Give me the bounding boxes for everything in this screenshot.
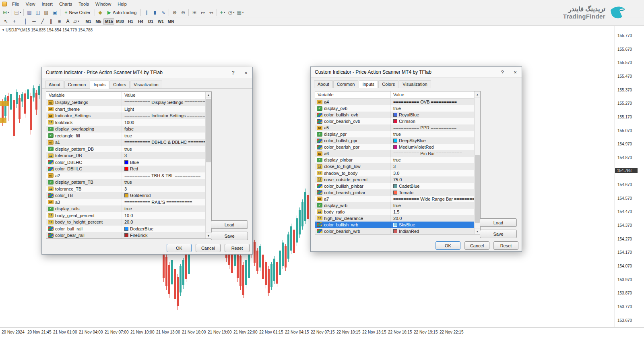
table-scrollbar[interactable]: ▲ ▼ <box>205 92 211 238</box>
param-value[interactable]: ========== Indicator Settings ========== <box>122 112 205 119</box>
param-value[interactable]: SkyBlue <box>391 222 474 228</box>
line-chart-button[interactable]: ∿ <box>159 8 167 16</box>
menu-charts[interactable]: Charts <box>56 1 75 7</box>
tile-windows-button[interactable]: ⊞ <box>190 8 198 16</box>
data-window-button[interactable]: ◫ <box>33 8 42 16</box>
vertical-line-tool[interactable]: │ <box>21 18 30 25</box>
param-value[interactable]: ========== PPR ========== <box>391 124 474 131</box>
param-value[interactable]: true <box>391 105 474 112</box>
column-value[interactable]: Value <box>122 92 211 99</box>
param-row-body_to_height_percent[interactable]: 12body_to_height_percent20.0 <box>46 219 205 226</box>
timeframe-button-m5[interactable]: M5 <box>93 18 103 25</box>
param-row-display_ovb[interactable]: ✓display_ovbtrue <box>315 105 474 112</box>
param-row-color_bearish_ovb[interactable]: color_bearish_ovbCrimson <box>315 118 474 124</box>
new-chart-button-caret-icon[interactable]: ▾ <box>8 11 9 14</box>
param-value[interactable]: Red <box>122 166 205 172</box>
dialog-close-button[interactable]: × <box>509 67 522 78</box>
timeframe-button-m15[interactable]: M15 <box>103 18 114 25</box>
param-value[interactable]: 3.0 <box>391 170 474 176</box>
param-row-a7[interactable]: aba7========== Wide Range Bar ========== <box>315 196 474 202</box>
param-value[interactable]: Light <box>122 106 205 113</box>
param-value[interactable]: ========== Display Settings ========== <box>122 99 205 106</box>
timeframe-button-h4[interactable]: H4 <box>136 18 146 25</box>
param-value[interactable]: ========== DBHLC & DBLHC ========== <box>122 139 205 146</box>
param-value[interactable]: true <box>122 146 205 153</box>
param-value[interactable]: true <box>391 157 474 163</box>
indicators-button-caret-icon[interactable]: ▾ <box>224 11 225 14</box>
scroll-up-icon[interactable]: ▲ <box>206 92 211 98</box>
param-row-a5[interactable]: aba5========== PPR ========== <box>315 124 474 131</box>
ok-button[interactable]: OK <box>436 241 460 250</box>
param-row-color_bear_rail[interactable]: color_bear_railFireBrick <box>46 232 205 238</box>
param-value[interactable]: true <box>391 202 474 209</box>
param-value[interactable]: ========== Wide Range Bar ========== <box>391 196 474 202</box>
param-row-a3[interactable]: aba3========== RAIL'S ========== <box>46 199 205 206</box>
tab-inputs[interactable]: Inputs <box>359 80 378 88</box>
param-row-a4[interactable]: aba4========== OVB ========== <box>315 99 474 105</box>
param-row-color_bearish_wrb[interactable]: color_bearish_wrbIndianRed <box>315 228 474 234</box>
periods-button-caret-icon[interactable]: ▾ <box>233 11 235 14</box>
param-value[interactable]: ========== TBH & TBL ========== <box>122 172 205 179</box>
param-row-display_pattern_TB[interactable]: ✓display_pattern_TBtrue <box>46 179 205 186</box>
templates-button[interactable]: ▦▾ <box>235 8 245 16</box>
column-variable[interactable]: Variable <box>315 91 391 98</box>
tab-visualization[interactable]: Visualization <box>399 80 431 88</box>
param-value[interactable]: 3 <box>122 186 205 193</box>
profiles-button-caret-icon[interactable]: ▾ <box>20 11 21 14</box>
fibonacci-tool[interactable]: ≡ <box>55 18 64 25</box>
param-value[interactable]: 10.0 <box>122 212 205 219</box>
timeframe-button-h1[interactable]: H1 <box>126 18 136 25</box>
tab-colors[interactable]: Colors <box>109 81 130 88</box>
param-value[interactable]: DodgerBlue <box>122 226 205 232</box>
autotrading-button[interactable]: ▶AutoTrading <box>105 8 140 16</box>
param-row-color_DBHLC[interactable]: color_DBHLCRed <box>46 166 205 172</box>
param-value[interactable]: Goldenrod <box>122 192 205 199</box>
column-variable[interactable]: Variable <box>46 92 122 99</box>
param-value[interactable]: ========== RAIL'S ========== <box>122 199 205 206</box>
arrows-tool-caret-icon[interactable]: ▾ <box>78 20 79 23</box>
param-row-a6[interactable]: aba6========== Pin Bar ========== <box>315 150 474 157</box>
menu-window[interactable]: Window <box>92 1 114 7</box>
param-row-color_bullish_pinbar[interactable]: color_bullish_pinbarCadetBlue <box>315 183 474 189</box>
param-value[interactable]: MediumVioletRed <box>391 144 474 150</box>
menu-insert[interactable]: Insert <box>38 1 56 7</box>
param-row-color_bull_rail[interactable]: color_bull_railDodgerBlue <box>46 226 205 232</box>
param-row-display_wrb[interactable]: ✓display_wrbtrue <box>315 202 474 209</box>
profiles-button[interactable]: ▤▾ <box>13 8 23 16</box>
dialog-close-button[interactable]: × <box>239 67 252 78</box>
param-value[interactable]: ========== OVB ========== <box>391 99 474 105</box>
param-value[interactable]: 20.0 <box>122 219 205 226</box>
candles-chart-button[interactable]: ▮ <box>151 8 159 16</box>
param-value[interactable]: RoyalBlue <box>391 112 474 118</box>
zoom-out-button[interactable]: ⊖ <box>179 8 187 16</box>
param-value[interactable]: ========== Pin Bar ========== <box>391 150 474 157</box>
param-value[interactable]: DeepSkyBlue <box>391 137 474 144</box>
param-row-chart_theme[interactable]: abchart_themeLight <box>46 106 205 113</box>
param-row-a1[interactable]: aba1========== DBHLC & DBLHC ========== <box>46 139 205 146</box>
dialog-titlebar[interactable]: Custom Indicator - Price Action Scanner … <box>42 67 252 78</box>
crosshair-tool[interactable]: + <box>10 18 19 25</box>
timeframe-button-d1[interactable]: D1 <box>146 18 156 25</box>
param-row-high_low_clearance[interactable]: 12high_low_clearance20.0 <box>315 215 474 222</box>
scroll-down-icon[interactable]: ▼ <box>475 228 480 234</box>
param-row-display_pattern_DB[interactable]: ✓display_pattern_DBtrue <box>46 146 205 153</box>
menu-file[interactable]: File <box>9 1 23 7</box>
param-value[interactable]: FireBrick <box>122 232 205 238</box>
param-value[interactable]: CadetBlue <box>391 183 474 189</box>
param-row-color_TB[interactable]: color_TBGoldenrod <box>46 192 205 199</box>
param-row-Indicator_Settings[interactable]: abIndicator_Settings========== Indicator… <box>46 112 205 119</box>
dialog-help-button[interactable]: ? <box>496 67 509 78</box>
param-value[interactable]: 75.0 <box>391 176 474 183</box>
templates-button-caret-icon[interactable]: ▾ <box>242 11 244 14</box>
dialog-help-button[interactable]: ? <box>227 67 239 78</box>
symbol-dropdown-icon[interactable]: ▾ <box>2 28 4 32</box>
tab-common[interactable]: Common <box>333 80 359 88</box>
text-tool[interactable]: A <box>64 18 72 25</box>
param-row-shadow_to_body[interactable]: 12shadow_to_body3.0 <box>315 170 474 176</box>
load-button[interactable]: Load <box>480 218 517 227</box>
param-row-close_to_high_low[interactable]: 12close_to_high_low3 <box>315 163 474 170</box>
cancel-button[interactable]: Cancel <box>196 244 221 252</box>
timeframe-button-m30[interactable]: M30 <box>114 18 125 25</box>
tab-about[interactable]: About <box>45 81 64 88</box>
indicators-button[interactable]: +▾ <box>218 8 227 16</box>
